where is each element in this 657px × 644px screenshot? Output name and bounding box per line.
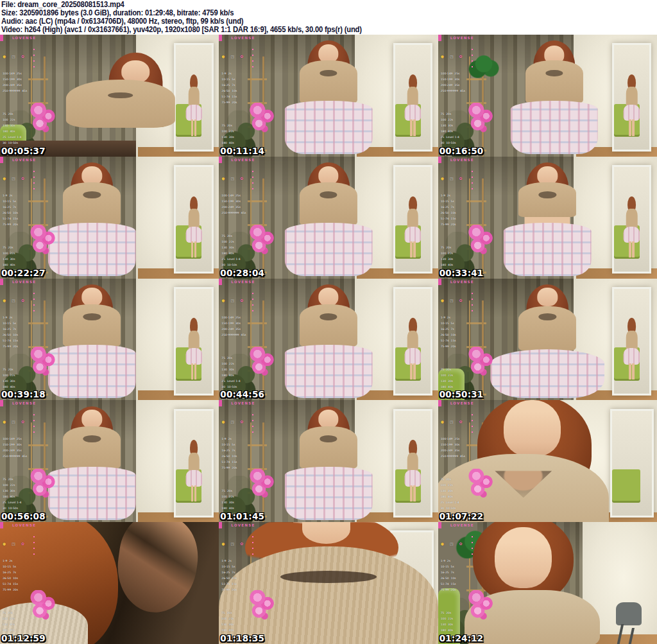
standing-mirror [393,287,432,396]
lovense-watermark: LOVENSE [231,158,255,162]
mirror-person-reflection [621,196,642,259]
tip-menu-overlay: ●◳✿ 100-149 25s150-199 30s200-249 35s250… [441,407,474,522]
flower-icon: ✿ [21,297,24,303]
corner-marker [438,157,441,163]
clock-icon: ◳ [450,53,454,59]
tip-menu-icons: ●◳✿ [3,175,36,181]
file-info-header: File: dream_core_202508081513.mp4 Size: … [0,0,657,35]
top-cutout [83,435,101,442]
clock-icon: ◳ [450,175,454,181]
plaid-skirt [48,467,136,520]
corner-marker [0,157,3,163]
mirror-person-reflection [183,440,204,503]
tip-menu-levels: 1-9 2s10-15 5s16-25 7s26-50 10s51-74 15s… [3,558,36,593]
person-figure [285,406,373,522]
person-top [300,60,357,103]
standing-mirror [612,165,651,274]
pink-dots-column [33,49,35,71]
person-top [518,182,576,217]
thumbnail-cell: LOVENSE ●◳✿ 100-149 25s150-199 30s200-24… [219,279,438,401]
corner-marker [438,279,441,285]
flower-icon: ✿ [240,53,243,59]
timestamp-overlay: 00:39:18 [1,389,46,399]
flower-icon: ✿ [459,175,463,181]
mirror-person-reflection [183,196,204,259]
tip-menu-icons: ●◳✿ [3,297,36,303]
person-figure [285,162,373,278]
tip-menu-icons: ●◳✿ [221,175,255,181]
thumbnail-cell: LOVENSE ●◳✿ 1-9 2s10-15 5s16-25 7s26-50 … [219,522,438,644]
tip-menu-overlay: ●◳✿ 1-9 2s10-15 5s16-25 7s26-50 10s51-74… [441,529,474,644]
person-top [525,60,583,103]
tip-menu-icons: ●◳✿ [3,419,36,424]
clock-icon: ◳ [12,419,15,424]
thumbnail-cell: LOVENSE ●◳✿ 1-9 2s10-15 5s16-25 7s26-50 … [438,522,657,644]
top-cutout [320,435,337,442]
tip-menu-levels: 1-9 2s10-15 5s16-25 7s26-50 10s51-74 15s… [441,558,474,593]
closeup-top-cutout [280,571,377,583]
corner-marker [0,400,3,406]
person-top [300,426,357,469]
person-top [300,182,357,225]
thumbnail-grid: LOVENSE ●◳✿ 100-149 25s150-199 30s200-24… [0,35,657,644]
person-figure [504,162,592,278]
tip-menu-icons: ●◳✿ [3,53,36,59]
tip-menu-overlay: ●◳✿ 100-149 25s150-199 30s200-249 35s250… [3,407,36,522]
lovense-watermark: LOVENSE [231,36,255,40]
tip-menu-overlay: ●◳✿ 1-9 2s10-15 5s16-25 7s26-50 10s51-74… [3,529,36,644]
tip-menu-icons: ●◳✿ [221,53,255,59]
flower-icon: ✿ [459,53,463,59]
top-cutout [320,191,337,198]
person-figure [285,40,373,156]
tip-menu-levels: 1-9 2s10-15 5s16-25 7s26-50 10s51-74 15s… [3,315,36,349]
closeup-face [112,522,203,617]
corner-marker [438,400,441,406]
coin-icon: ● [441,175,444,181]
tip-menu-levels: 100-149 25s150-199 30s200-249 35s250-999… [441,71,474,94]
lovense-watermark: LOVENSE [450,523,474,527]
coin-icon: ● [441,419,444,424]
mirror-person-reflection [402,318,423,381]
tip-menu-levels: 1-9 2s10-15 5s16-25 7s26-50 10s51-74 15s… [441,193,474,227]
tip-menu-levels: 1-9 2s10-15 5s16-25 7s26-50 10s51-74 15s… [221,436,255,471]
pink-dots-column [252,293,253,315]
lovense-watermark: LOVENSE [450,280,474,284]
pink-dots-column [33,293,35,315]
tip-menu-overlay: ●◳✿ 1-9 2s10-15 5s16-25 7s26-50 10s51-74… [3,286,36,401]
video-info-line: Video: h264 (High) (avc1 / 0x31637661), … [1,26,592,34]
timestamp-overlay: 00:44:56 [220,389,264,399]
person-figure [48,162,136,278]
clock-icon: ◳ [231,419,235,424]
tip-menu-icons: ●◳✿ [441,419,474,424]
clock-icon: ◳ [12,297,15,303]
lovense-watermark: LOVENSE [12,401,36,405]
flower-icon: ✿ [21,419,24,424]
pink-dots-column [33,171,35,193]
coin-icon: ● [221,297,225,303]
clock-icon: ◳ [450,419,454,424]
lovense-watermark: LOVENSE [12,523,36,527]
tip-menu-icons: ●◳✿ [441,53,474,59]
flower-icon: ✿ [21,53,24,59]
tip-menu-icons: ●◳✿ [3,541,36,546]
timestamp-overlay: 00:11:14 [220,146,264,156]
thumbnail-cell: LOVENSE ●◳✿ 1-9 2s10-15 5s16-25 7s26-50 … [219,35,438,157]
tip-menu-icons: ●◳✿ [221,541,255,546]
clock-icon: ◳ [450,541,454,546]
standing-mirror [612,43,651,152]
thumbnail-cell: LOVENSE ●◳✿ 1-9 2s10-15 5s16-25 7s26-50 … [0,157,219,279]
gray-chair [613,602,644,644]
timestamp-overlay: 01:07:22 [439,511,484,521]
person-figure [285,284,373,400]
standing-mirror [174,287,213,396]
flower-icon: ✿ [459,541,463,546]
standing-mirror [174,165,213,274]
timestamp-overlay: 00:16:50 [439,146,484,156]
timestamp-overlay: 00:50:31 [439,389,484,399]
tip-menu-overlay: ●◳✿ 100-149 25s150-199 30s200-249 35s250… [441,42,474,157]
tip-menu-overlay: ●◳✿ 100-149 25s150-199 30s200-249 35s250… [221,164,255,279]
flower-icon: ✿ [240,297,243,303]
tip-menu-levels: 100-149 25s150-199 30s200-249 35s250-999… [221,315,255,338]
thumbnail-cell: LOVENSE ●◳✿ 100-149 25s150-199 30s200-24… [438,400,657,522]
tip-menu-levels: 100-149 25s150-199 30s200-249 35s250-999… [441,436,474,459]
